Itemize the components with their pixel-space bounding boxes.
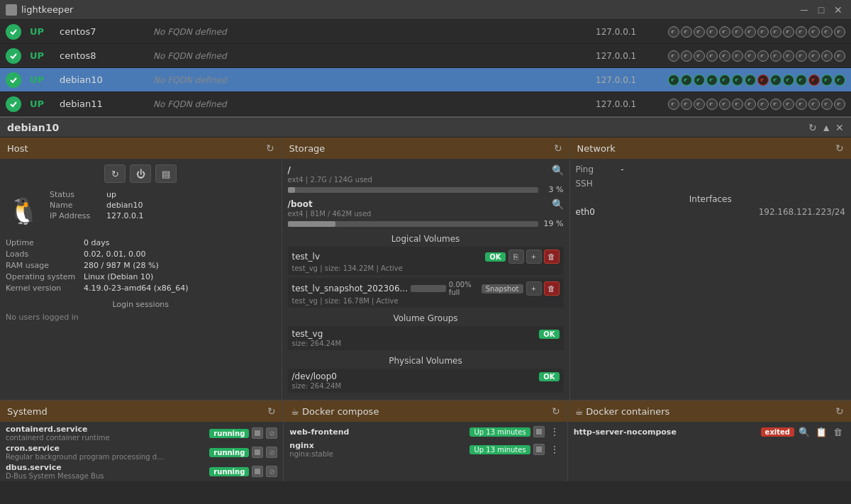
maximize-button[interactable]: □ [814, 3, 828, 17]
clock-debian10-2 [694, 74, 705, 86]
fs-search-btn-1[interactable]: 🔍 [552, 198, 564, 210]
name-field: Name debian10 [50, 201, 276, 210]
dc-stop-btn-1[interactable] [533, 444, 545, 455]
clock-debian10-11 [808, 74, 820, 86]
host-power-btn[interactable]: ⏻ [130, 164, 151, 183]
service-stop-btn-2[interactable] [252, 466, 263, 477]
clock-centos7-12 [821, 26, 833, 38]
lv-del-btn-0[interactable]: 🗑 [544, 250, 560, 264]
lv-name-1: test_lv_snapshot_202306... [292, 284, 408, 293]
clock-centos7-11 [808, 26, 820, 38]
clock-debian10-13 [834, 74, 845, 86]
service-disable-btn-1[interactable]: ⊘ [266, 447, 277, 458]
status-circle-centos7 [6, 24, 21, 40]
server-row-debian10[interactable]: UPdebian10No FQDN defined127.0.0.1 [0, 68, 851, 92]
dct-delete-btn-0[interactable]: 🗑 [831, 425, 845, 439]
dc-name-0: web-frontend [289, 427, 467, 437]
loads-row: Loads 0.02, 0.01, 0.00 [6, 250, 276, 259]
clock-row-centos7 [668, 26, 845, 38]
clock-centos7-1 [681, 26, 692, 38]
fs-path-0: / [288, 165, 291, 175]
status-label: Status [50, 190, 106, 199]
dct-logs-btn-0[interactable]: 📋 [814, 425, 828, 439]
host-info-row: 🐧 Status up Name debian10 IP Address 12 [6, 190, 276, 233]
clock-row-debian10 [668, 74, 845, 86]
clock-centos8-13 [834, 50, 845, 62]
snapshot-badge-1: Snapshot [482, 284, 523, 293]
clock-centos8-1 [681, 50, 692, 62]
refresh-detail-button[interactable]: ↻ [808, 122, 817, 133]
clock-debian10-9 [783, 74, 794, 86]
dc-stop-icon-0 [536, 429, 542, 435]
collapse-detail-button[interactable]: ▲ [821, 122, 831, 133]
service-stop-btn-0[interactable] [252, 427, 263, 439]
systemd-panel-header: Systemd ↻ [0, 401, 283, 422]
network-panel-title: Network [577, 143, 616, 154]
network-panel-header: Network ↻ [570, 138, 852, 159]
systemd-refresh-button[interactable]: ↻ [267, 405, 276, 417]
host-refresh-btn[interactable]: ↻ [104, 164, 126, 183]
main-panels: Host ↻ ↻ ⏻ ▤ 🐧 Status up [0, 138, 851, 400]
clock-centos7-6 [745, 26, 756, 38]
storage-refresh-button[interactable]: ↻ [554, 142, 562, 154]
clock-debian11-1 [681, 99, 692, 110]
dct-search-btn-0[interactable]: 🔍 [797, 425, 811, 439]
server-row-centos8[interactable]: UPcentos8No FQDN defined127.0.0.1 [0, 44, 851, 68]
clock-centos7-7 [757, 26, 769, 38]
server-row-centos7[interactable]: UPcentos7No FQDN defined127.0.0.1 [0, 20, 851, 44]
lv-copy-btn-0[interactable]: ⎘ [508, 250, 524, 264]
lv-title: Logical Volumes [288, 234, 564, 244]
clock-debian11-6 [745, 99, 756, 110]
network-refresh-button[interactable]: ↻ [835, 142, 844, 154]
server-list: UPcentos7No FQDN defined127.0.0.1UPcento… [0, 20, 851, 116]
clock-row-centos8 [668, 50, 845, 62]
fs-search-btn-0[interactable]: 🔍 [552, 164, 564, 176]
uptime-label: Uptime [6, 238, 84, 247]
clock-centos8-3 [706, 50, 718, 62]
service-stop-btn-1[interactable] [252, 447, 263, 458]
host-panel-body: ↻ ⏻ ▤ 🐧 Status up Name debian10 [0, 159, 282, 400]
lv-add-btn-snap-1[interactable]: + [526, 281, 542, 296]
lv-item-1: test_lv_snapshot_202306... 0.00% full Sn… [288, 278, 564, 308]
host-terminal-btn[interactable]: ▤ [155, 164, 177, 183]
docker-containers-refresh-button[interactable]: ↻ [835, 405, 844, 417]
lv-actions-0: ⎘ + 🗑 [508, 250, 560, 264]
clock-centos8-6 [745, 50, 756, 62]
minimize-button[interactable]: ─ [797, 3, 811, 17]
close-detail-button[interactable]: ✕ [835, 122, 844, 133]
dc-menu-btn-1[interactable]: ⋮ [547, 442, 562, 457]
fs-detail-0: ext4 | 2.7G / 124G used [288, 176, 564, 184]
ping-label: Ping [576, 164, 618, 174]
kernel-value: 4.19.0-23-amd64 (x86_64) [84, 284, 188, 293]
server-row-debian11[interactable]: UPdebian11No FQDN defined127.0.0.1 [0, 92, 851, 116]
ram-row: RAM usage 280 / 987 M (28 %) [6, 261, 276, 270]
vg-name-0: test_vg [292, 329, 537, 339]
dc-stop-icon-1 [536, 447, 542, 452]
host-refresh-button[interactable]: ↻ [266, 142, 274, 154]
lv-sub-0: test_vg | size: 134.22M | Active [292, 264, 560, 272]
lv-del-btn-snap-1[interactable]: 🗑 [544, 281, 560, 296]
clock-centos8-11 [808, 50, 820, 62]
storage-panel: Storage ↻ / 🔍 ext4 | 2.7G / 124G used 3 … [282, 138, 570, 400]
uptime-row: Uptime 0 days [6, 238, 276, 247]
dc-menu-btn-0[interactable]: ⋮ [547, 425, 562, 439]
interfaces-title: Interfaces [576, 194, 846, 204]
name-value: debian10 [106, 201, 143, 210]
lv-row-0: test_lv OK ⎘ + 🗑 [292, 250, 560, 264]
clock-centos7-10 [796, 26, 807, 38]
server-ip-debian11: 127.0.0.1 [596, 99, 660, 109]
clock-row-debian11 [668, 99, 845, 110]
fs-bar-fill-1 [288, 221, 335, 227]
dc-stop-btn-0[interactable] [533, 426, 545, 437]
docker-compose-refresh-button[interactable]: ↻ [552, 405, 560, 417]
clock-debian10-3 [706, 74, 718, 86]
close-button[interactable]: ✕ [831, 3, 845, 17]
service-disable-btn-0[interactable]: ⊘ [266, 427, 277, 439]
systemd-panel: Systemd ↻ containerd.service containerd … [0, 401, 284, 481]
service-disable-btn-2[interactable]: ⊘ [266, 466, 277, 477]
clock-debian10-4 [719, 74, 730, 86]
kernel-row: Kernel version 4.19.0-23-amd64 (x86_64) [6, 284, 276, 293]
lv-add-btn-0[interactable]: + [526, 250, 542, 264]
pv-name-0: /dev/loop0 [292, 371, 537, 381]
clock-debian11-7 [757, 99, 769, 110]
